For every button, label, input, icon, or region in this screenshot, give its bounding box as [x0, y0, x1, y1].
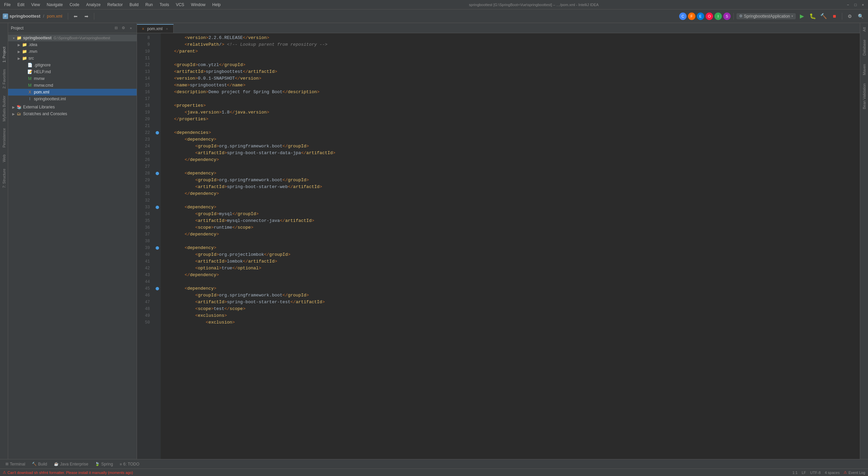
code-line[interactable]: <scope>runtime</scope> [163, 224, 860, 231]
settings-panel-button[interactable]: ⚙ [120, 25, 126, 31]
ie-icon[interactable]: I [714, 13, 722, 20]
code-line[interactable]: <properties> [163, 102, 860, 109]
edge-icon[interactable]: E [697, 13, 704, 20]
stop-button[interactable]: ■ [830, 12, 839, 21]
tree-external-libs[interactable]: ▶ 📚 External Libraries [8, 104, 137, 110]
code-line[interactable]: <dependency> [163, 285, 860, 292]
tab-project[interactable]: 1: Project [1, 43, 7, 66]
status-indent[interactable]: 4 spaces [825, 470, 840, 475]
menu-view[interactable]: View [30, 2, 41, 8]
menu-window[interactable]: Window [190, 2, 207, 8]
code-editor[interactable]: 8910111213141516171819202122232425262728… [137, 33, 860, 459]
tab-web[interactable]: Web [1, 151, 7, 165]
menu-bar[interactable]: File Edit View Navigate Code Analyze Ref… [3, 2, 222, 8]
code-line[interactable] [163, 278, 860, 285]
collapse-all-button[interactable]: ⊟ [113, 25, 119, 31]
firefox-icon[interactable]: F [688, 13, 695, 20]
safari-icon[interactable]: S [723, 13, 731, 20]
opera-icon[interactable]: O [706, 13, 713, 20]
forward-button[interactable]: ➡ [82, 12, 91, 21]
tab-persistence[interactable]: Persistence [1, 125, 7, 151]
menu-build[interactable]: Build [128, 2, 140, 8]
code-line[interactable]: <name>springboottest</name> [163, 82, 860, 89]
tab-att[interactable]: Att [861, 23, 868, 36]
code-line[interactable]: </dependency> [163, 231, 860, 238]
code-line[interactable]: <dependency> [163, 204, 860, 211]
window-controls[interactable]: − □ × [846, 2, 865, 7]
code-line[interactable]: <groupId>org.springframework.boot</group… [163, 292, 860, 299]
breakpoint-dot[interactable] [156, 172, 159, 175]
code-line[interactable]: <version>0.0.1-SNAPSHOT</version> [163, 75, 860, 82]
tree-mvnwcmd[interactable]: M mvnw.cmd [8, 82, 137, 89]
breakpoint-dot[interactable] [156, 246, 159, 250]
code-line[interactable]: <description>Demo project for Spring Boo… [163, 89, 860, 96]
status-line-ending[interactable]: LF [802, 470, 806, 475]
code-line[interactable]: <artifactId>spring-boot-starter-test</ar… [163, 299, 860, 306]
tab-pomxml[interactable]: X pom.xml × [137, 24, 174, 33]
menu-analyze[interactable]: Analyze [85, 2, 102, 8]
code-line[interactable] [163, 163, 860, 170]
code-line[interactable]: <artifactId>lombok</artifactId> [163, 258, 860, 265]
run-button[interactable]: ▶ [797, 12, 807, 21]
tree-idea[interactable]: ▶ 📁 .idea [8, 41, 137, 48]
tab-terminal[interactable]: ⊞ Terminal [3, 461, 28, 467]
close-button[interactable]: × [861, 2, 865, 7]
code-line[interactable]: </dependency> [163, 157, 860, 163]
status-event-log[interactable]: ⚠ Event Log [844, 470, 865, 475]
tree-mvnw[interactable]: M mvnw [8, 75, 137, 82]
code-line[interactable]: <artifactId>springboottest</artifactId> [163, 68, 860, 75]
code-line[interactable]: <exclusions> [163, 312, 860, 319]
code-line[interactable]: <artifactId>spring-boot-starter-web</art… [163, 184, 860, 190]
code-line[interactable]: <groupId>org.springframework.boot</group… [163, 143, 860, 150]
tree-root[interactable]: ▾ 📁 springboottest G:\SpringBoot+Vue\spr… [8, 35, 137, 41]
chrome-icon[interactable]: C [679, 13, 687, 20]
status-position[interactable]: 1:1 [792, 470, 797, 475]
tree-mvn[interactable]: ▶ 📁 .mvn [8, 48, 137, 55]
tab-database[interactable]: Database [861, 36, 868, 60]
tab-build[interactable]: 🔨 Build [29, 461, 50, 467]
menu-tools[interactable]: Tools [158, 2, 171, 8]
breakpoint-dot[interactable] [156, 287, 159, 290]
tab-mybatis[interactable]: MyBatis Builder [1, 92, 7, 125]
code-line[interactable]: <dependency> [163, 136, 860, 143]
tab-java-enterprise[interactable]: ☕ Java Enterprise [51, 461, 91, 467]
code-line[interactable]: <dependency> [163, 170, 860, 177]
back-button[interactable]: ⬅ [71, 12, 80, 21]
code-line[interactable]: </properties> [163, 116, 860, 123]
run-configuration[interactable]: ⚙ SpringboottestApplication ▾ [736, 13, 796, 19]
breakpoint-dot[interactable] [156, 131, 159, 134]
code-line[interactable]: <version>2.2.6.RELEASE</version> [163, 35, 860, 41]
menu-run[interactable]: Run [144, 2, 154, 8]
menu-edit[interactable]: Edit [16, 2, 26, 8]
search-button[interactable]: 🔍 [856, 12, 865, 21]
tab-maven[interactable]: Maven [861, 60, 868, 79]
code-line[interactable] [163, 238, 860, 245]
tab-todo[interactable]: ≡ 6: TODO [117, 461, 142, 467]
code-line[interactable]: <dependencies> [163, 129, 860, 136]
code-line[interactable]: <relativePath/> <!-- Lookup parent from … [163, 41, 860, 48]
tree-helpmd[interactable]: 📝 HELP.md [8, 68, 137, 75]
code-line[interactable]: <artifactId>spring-boot-starter-data-jpa… [163, 150, 860, 157]
code-line[interactable]: <scope>test</scope> [163, 306, 860, 312]
tab-favorites[interactable]: 2: Favorites [1, 66, 7, 92]
menu-refactor[interactable]: Refactor [106, 2, 124, 8]
code-line[interactable]: <groupId>org.springframework.boot</group… [163, 177, 860, 184]
tab-structure[interactable]: 7: Structure [1, 165, 7, 191]
code-line[interactable]: <dependency> [163, 245, 860, 251]
menu-navigate[interactable]: Navigate [45, 2, 64, 8]
menu-file[interactable]: File [3, 2, 12, 8]
tab-bean-validation[interactable]: Bean Validation [861, 79, 868, 113]
code-line[interactable]: <optional>true</optional> [163, 265, 860, 272]
tree-gitignore[interactable]: 📄 .gitignore [8, 62, 137, 68]
code-line[interactable]: <artifactId>mysql-connector-java</artifa… [163, 218, 860, 224]
code-line[interactable]: </parent> [163, 48, 860, 55]
debug-button[interactable]: 🐛 [808, 12, 817, 21]
code-line[interactable] [163, 96, 860, 102]
maximize-button[interactable]: □ [853, 2, 858, 7]
code-line[interactable]: <groupId>com.ytzl</groupId> [163, 62, 860, 68]
code-content[interactable]: <version>2.2.6.RELEASE</version> <relati… [161, 33, 860, 459]
code-line[interactable]: <java.version>1.8</java.version> [163, 109, 860, 116]
tab-spring[interactable]: 🍃 Spring [92, 461, 116, 467]
code-line[interactable] [163, 197, 860, 204]
code-line[interactable]: <groupId>mysql</groupId> [163, 211, 860, 218]
